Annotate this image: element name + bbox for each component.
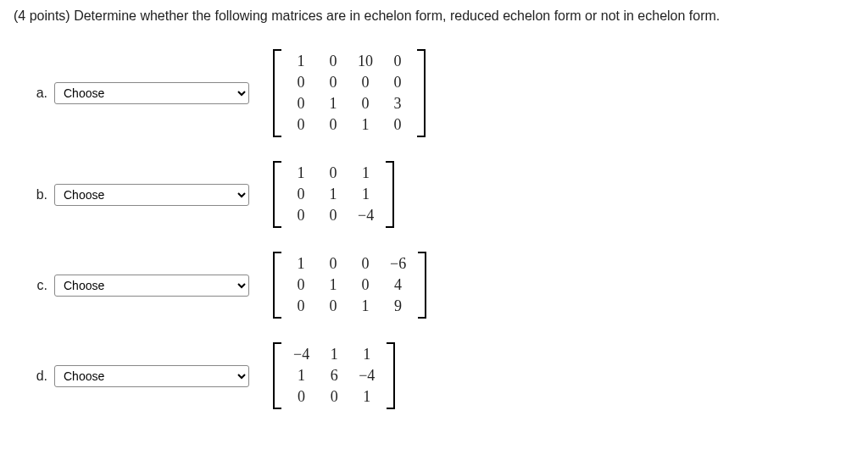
matrix-cell: −4 xyxy=(285,344,318,365)
matrix-cell: 1 xyxy=(285,365,318,386)
parts-list: a.Choose10100000001030010b.Choose1010110… xyxy=(14,49,854,409)
bracket-left xyxy=(273,49,281,137)
matrix-cell: 1 xyxy=(350,344,383,365)
matrix-row: 10100 xyxy=(285,51,414,72)
bracket-right xyxy=(417,49,426,137)
answer-select[interactable]: Choose xyxy=(54,184,249,206)
matrix-cell: 0 xyxy=(285,296,317,317)
matrix-cell: 0 xyxy=(317,72,349,93)
matrix-cell: 1 xyxy=(317,93,349,114)
part-row: c.Choose100−601040019 xyxy=(31,252,854,319)
matrix-row: 100−6 xyxy=(285,253,415,275)
matrix-cell: −6 xyxy=(381,253,415,275)
bracket-left xyxy=(273,161,281,228)
matrix-row: 00−4 xyxy=(285,205,382,226)
question-text: (4 points) Determine whether the followi… xyxy=(14,8,854,24)
matrix-cell: 0 xyxy=(349,72,381,93)
matrix-row: 16−4 xyxy=(285,365,383,386)
answer-select[interactable]: Choose xyxy=(54,275,249,297)
matrix-cell: 0 xyxy=(285,93,317,114)
matrix-cell: 3 xyxy=(381,93,414,114)
bracket-left xyxy=(273,252,281,319)
matrix-cell: 0 xyxy=(349,93,381,114)
matrix-cell: 1 xyxy=(317,275,349,296)
matrix-cell: 0 xyxy=(317,296,349,317)
matrix-cell: 0 xyxy=(349,275,381,296)
matrix-cell: 0 xyxy=(317,163,349,184)
matrix-cell: 0 xyxy=(318,386,350,408)
matrix: 100−601040019 xyxy=(273,252,426,319)
matrix-cell: 1 xyxy=(285,163,317,184)
matrix-row: 0000 xyxy=(285,72,414,93)
matrix-row: −411 xyxy=(285,344,383,365)
bracket-left xyxy=(273,342,281,409)
matrix: −41116−4001 xyxy=(273,342,395,409)
matrix-row: 101 xyxy=(285,163,382,184)
matrix-table: −41116−4001 xyxy=(285,344,383,408)
part-row: a.Choose10100000001030010 xyxy=(31,49,854,137)
part-label: d. xyxy=(31,369,47,384)
matrix-cell: 0 xyxy=(317,114,349,136)
matrix-row: 0010 xyxy=(285,114,414,136)
matrix-cell: 0 xyxy=(285,72,317,93)
matrix-row: 0104 xyxy=(285,275,415,296)
part-row: b.Choose10101100−4 xyxy=(31,161,854,228)
part-label: a. xyxy=(31,86,47,101)
bracket-right xyxy=(418,252,426,319)
answer-select[interactable]: Choose xyxy=(54,82,249,104)
matrix-cell: 0 xyxy=(285,184,317,205)
matrix-cell: 4 xyxy=(381,275,415,296)
matrix-row: 0019 xyxy=(285,296,415,317)
bracket-right xyxy=(387,342,395,409)
matrix-cell: 1 xyxy=(349,296,381,317)
matrix-cell: 0 xyxy=(381,114,414,136)
matrix-table: 100−601040019 xyxy=(285,253,415,317)
matrix-row: 001 xyxy=(285,386,383,408)
matrix: 10100000001030010 xyxy=(273,49,426,137)
matrix-cell: 0 xyxy=(285,275,317,296)
matrix-cell: 9 xyxy=(381,296,415,317)
matrix-table: 10101100−4 xyxy=(285,163,382,226)
matrix-cell: 0 xyxy=(381,72,414,93)
matrix-cell: 0 xyxy=(285,386,318,408)
matrix-cell: 10 xyxy=(349,51,381,72)
matrix-cell: 0 xyxy=(381,51,414,72)
matrix-cell: −4 xyxy=(350,365,383,386)
matrix-cell: 1 xyxy=(350,386,383,408)
matrix-cell: 1 xyxy=(349,163,382,184)
bracket-right xyxy=(386,161,394,228)
matrix-cell: 0 xyxy=(285,114,317,136)
matrix-row: 0103 xyxy=(285,93,414,114)
matrix-cell: 0 xyxy=(349,253,381,275)
part-label: b. xyxy=(31,187,47,202)
matrix: 10101100−4 xyxy=(273,161,394,228)
matrix-cell: −4 xyxy=(349,205,382,226)
matrix-cell: 6 xyxy=(318,365,350,386)
part-row: d.Choose−41116−4001 xyxy=(31,342,854,409)
matrix-table: 10100000001030010 xyxy=(285,51,414,136)
matrix-cell: 0 xyxy=(285,205,317,226)
part-label: c. xyxy=(31,278,47,293)
answer-select[interactable]: Choose xyxy=(54,365,249,387)
matrix-cell: 1 xyxy=(349,114,381,136)
question-body: Determine whether the following matrices… xyxy=(74,8,720,23)
matrix-cell: 1 xyxy=(317,184,349,205)
points-label: (4 points) xyxy=(14,8,74,23)
matrix-cell: 0 xyxy=(317,51,349,72)
matrix-cell: 1 xyxy=(318,344,350,365)
matrix-cell: 1 xyxy=(285,253,317,275)
matrix-row: 011 xyxy=(285,184,382,205)
matrix-cell: 0 xyxy=(317,205,349,226)
matrix-cell: 1 xyxy=(349,184,382,205)
matrix-cell: 1 xyxy=(285,51,317,72)
matrix-cell: 0 xyxy=(317,253,349,275)
